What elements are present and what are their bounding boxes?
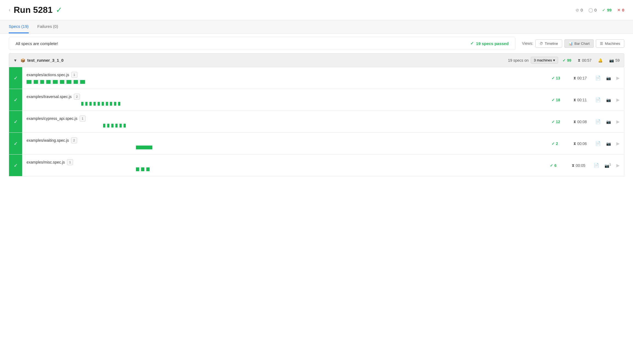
spec-stats: ✓ 12 ⧗ 00:08 📄 📷 ▶: [542, 111, 624, 132]
spec-content: examples/traversal.spec.js 2: [22, 89, 542, 111]
specs-table: ▼ 📦 test_runner_3_1_0 19 specs on 3 mach…: [0, 53, 633, 176]
banner-message: All specs are complete!: [16, 41, 58, 46]
spec-machine-badge: 1: [67, 159, 73, 165]
spec-doc-icon[interactable]: 📄: [594, 163, 599, 168]
spec-machine-badge: 2: [74, 94, 80, 100]
page-title: Run 5281: [14, 5, 52, 15]
passed-count: 99: [607, 8, 612, 12]
runner-icon: 📦: [21, 58, 25, 63]
screenshot-icon: 📷: [606, 120, 611, 124]
group-pass-icon: ✓: [562, 58, 566, 63]
table-row: ✓ examples/misc.spec.js 1 ✓ 6 ⧗ 00:05 📄 …: [9, 155, 624, 176]
pending-stat: ◯ 0: [588, 8, 597, 13]
spec-time: ⧗ 00:11: [573, 97, 590, 102]
table-row: ✓ examples/traversal.spec.js 2 ✓ 18 ⧗ 00…: [9, 89, 624, 111]
screenshot-icon: 📷: [606, 98, 611, 102]
spec-name-row: examples/waiting.spec.js 2: [27, 137, 538, 143]
spec-check-icon: ✓: [14, 119, 18, 125]
spec-time-icon: ⧗: [572, 163, 574, 168]
spec-play-icon[interactable]: ▶: [616, 75, 620, 81]
status-banner: All specs are complete! ✓ 19 specs passe…: [9, 37, 515, 50]
group-time-stat: ⧗ 00:57: [578, 58, 591, 63]
pass-check-icon: ✓: [56, 5, 62, 14]
table-row: ✓ examples/actions.spec.js 1 ✓ 13 ⧗ 00:1…: [9, 67, 624, 89]
chevron-down-icon: ▾: [553, 58, 555, 62]
spec-timeline: [27, 167, 538, 172]
group-camera-stat: 📷 59: [609, 58, 620, 63]
spec-stats: ✓ 18 ⧗ 00:11 📄 📷 ▶: [542, 89, 624, 111]
back-button[interactable]: ‹: [9, 7, 10, 13]
bar-chart-view-button[interactable]: 📊 Bar Chart: [564, 39, 594, 48]
spec-time: ⧗ 00:05: [572, 163, 588, 168]
views-label: Views:: [522, 41, 533, 46]
bell-icon: 🔔: [598, 58, 603, 63]
screenshot-icon: 📷: [606, 76, 611, 80]
spec-passed-count: ✓ 6: [550, 163, 566, 168]
header-left: ‹ Run 5281 ✓: [9, 5, 62, 15]
tab-bar: Specs (19) Failures (0): [0, 20, 633, 34]
spec-pass-icon: ✓: [552, 141, 555, 146]
screenshot-icon[interactable]: 📷1: [605, 163, 611, 168]
spec-doc-icon[interactable]: 📄: [595, 97, 601, 102]
timeline-icon: ⏱: [539, 42, 543, 46]
spec-time: ⧗ 00:08: [573, 119, 590, 124]
spec-name: examples/traversal.spec.js: [27, 94, 72, 99]
spec-status-bar: ✓: [9, 67, 22, 89]
passed-stat: ✓ 99: [602, 8, 612, 13]
spec-time-icon: ⧗: [573, 76, 576, 80]
tab-specs[interactable]: Specs (19): [9, 20, 29, 33]
timeline-view-button[interactable]: ⏱ Timeline: [535, 39, 562, 48]
spec-passed-count: ✓ 2: [552, 141, 568, 146]
spec-play-icon[interactable]: ▶: [616, 163, 620, 168]
spec-time-icon: ⧗: [573, 141, 576, 146]
banner-passed: ✓ 19 specs passed: [470, 41, 509, 46]
spec-name: examples/cypress_api.spec.js: [27, 116, 77, 121]
spec-time-icon: ⧗: [573, 97, 576, 102]
spec-doc-icon[interactable]: 📄: [595, 75, 601, 81]
spec-name: examples/misc.spec.js: [27, 160, 65, 164]
spec-passed-count: ✓ 12: [552, 120, 568, 124]
spec-doc-icon[interactable]: 📄: [595, 141, 601, 146]
group-stats: ✓ 99 ⧗ 00:57 🔔 📷 59: [562, 58, 620, 63]
spec-time: ⧗ 00:06: [573, 141, 590, 146]
pending-icon: ◯: [588, 8, 593, 13]
spec-status-bar: ✓: [9, 89, 22, 111]
failed-icon: ✕: [617, 8, 621, 13]
spec-play-icon[interactable]: ▶: [616, 141, 620, 146]
camera-icon: 📷: [609, 58, 614, 63]
spec-status-bar: ✓: [9, 133, 22, 154]
table-row: ✓ examples/cypress_api.spec.js 1 ✓ 12 ⧗ …: [9, 111, 624, 133]
spec-content: examples/actions.spec.js 1: [22, 67, 542, 89]
spec-name: examples/actions.spec.js: [27, 73, 69, 77]
group-meta: 19 specs on 3 machines ▾: [508, 57, 558, 64]
spec-play-icon[interactable]: ▶: [616, 97, 620, 102]
failed-count: 0: [622, 8, 624, 12]
spec-name-row: examples/actions.spec.js 1: [27, 72, 538, 78]
spec-doc-icon[interactable]: 📄: [595, 119, 601, 124]
spec-check-icon: ✓: [14, 141, 18, 147]
group-toggle-button[interactable]: ▼: [13, 58, 17, 63]
spec-status-bar: ✓: [9, 155, 22, 176]
spec-name: examples/waiting.spec.js: [27, 138, 69, 143]
spec-status-bar: ✓: [9, 111, 22, 132]
tab-failures[interactable]: Failures (0): [37, 20, 58, 33]
spec-stats: ✓ 6 ⧗ 00:05 📄 📷1 ▶: [542, 155, 624, 176]
spec-name-row: examples/traversal.spec.js 2: [27, 94, 538, 100]
skipped-icon: ⊘: [576, 8, 579, 13]
group-time-icon: ⧗: [578, 58, 581, 63]
spec-check-icon: ✓: [14, 162, 18, 168]
pending-count: 0: [594, 8, 597, 12]
spec-pass-icon: ✓: [552, 98, 555, 102]
spec-time: ⧗ 00:17: [573, 76, 590, 80]
spec-passed-count: ✓ 18: [552, 98, 568, 102]
spec-name-row: examples/misc.spec.js 1: [27, 159, 538, 165]
machines-view-button[interactable]: ☰ Machines: [596, 39, 624, 48]
spec-timeline: [27, 145, 538, 150]
spec-pass-icon: ✓: [552, 76, 555, 80]
specs-list: ✓ examples/actions.spec.js 1 ✓ 13 ⧗ 00:1…: [9, 67, 624, 176]
spec-play-icon[interactable]: ▶: [616, 119, 620, 124]
machines-dropdown-button[interactable]: 3 machines ▾: [531, 57, 558, 64]
group-header: ▼ 📦 test_runner_3_1_0 19 specs on 3 mach…: [9, 53, 624, 67]
table-row: ✓ examples/waiting.spec.js 2 ✓ 2 ⧗ 00:06…: [9, 133, 624, 155]
spec-machine-badge: 1: [71, 72, 77, 78]
